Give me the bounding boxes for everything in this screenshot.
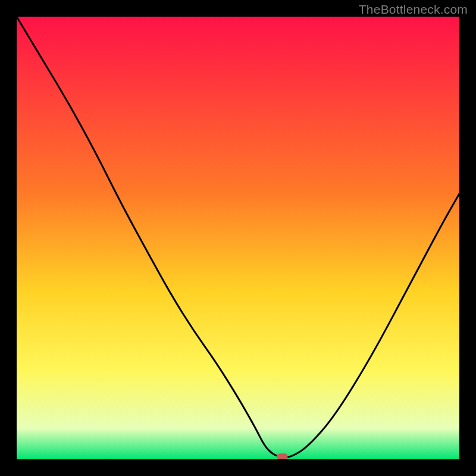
bottleneck-chart [17, 17, 459, 459]
watermark-text: TheBottleneck.com [359, 2, 468, 17]
optimal-point-marker [277, 453, 287, 459]
plot-area [17, 17, 459, 459]
gradient-background [17, 17, 459, 459]
chart-frame: TheBottleneck.com [0, 0, 476, 476]
